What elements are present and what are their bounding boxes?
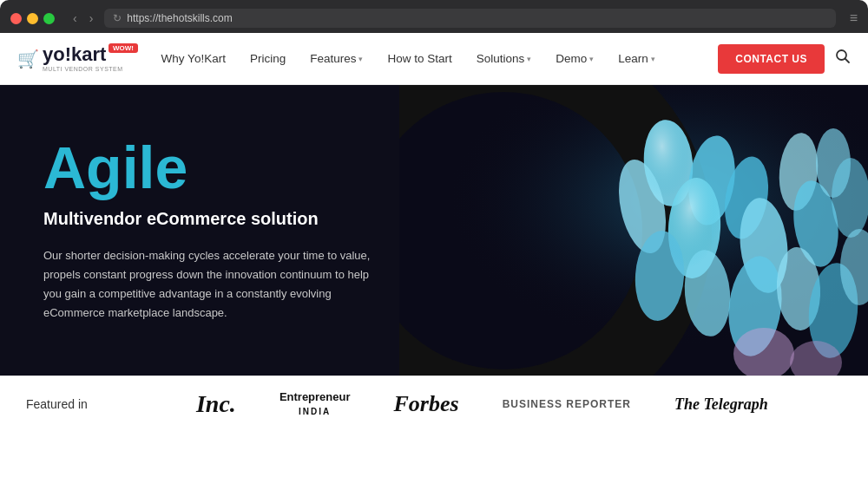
- traffic-lights: [10, 13, 55, 24]
- brand-logos: Inc. EntrepreneurINDIA Forbes BUSINESS R…: [122, 390, 842, 418]
- reload-icon: ↻: [113, 12, 122, 24]
- website: 🛒 yo!kart MULTI VENDOR SYSTEM WOW! Why Y…: [0, 33, 868, 432]
- brand-business-reporter: BUSINESS REPORTER: [503, 398, 631, 410]
- address-bar[interactable]: ↻ https://thehotskills.com: [104, 9, 835, 28]
- nav-solutions[interactable]: Solutions▾: [464, 52, 544, 65]
- chevron-down-icon: ▾: [651, 55, 655, 63]
- svg-line-1: [845, 59, 850, 63]
- hero-content: Agile Multivendor eCommerce solution Our…: [0, 103, 417, 357]
- nav-why-yokart[interactable]: Why Yo!Kart: [149, 52, 238, 65]
- brand-entrepreneur: EntrepreneurINDIA: [279, 390, 351, 417]
- brand-inc: Inc.: [196, 390, 236, 418]
- cart-icon: 🛒: [17, 49, 39, 69]
- hero-description: Our shorter decision-making cycles accel…: [43, 246, 373, 323]
- nav-learn[interactable]: Learn▾: [606, 52, 667, 65]
- brand-forbes: Forbes: [394, 391, 459, 417]
- logo[interactable]: 🛒 yo!kart MULTI VENDOR SYSTEM: [17, 45, 123, 72]
- close-button[interactable]: [10, 13, 22, 24]
- brand-telegraph: The Telegraph: [674, 395, 768, 414]
- hero-section: Agile Multivendor eCommerce solution Our…: [0, 85, 868, 376]
- hero-subtitle: Multivendor eCommerce solution: [43, 209, 373, 229]
- chevron-down-icon: ▾: [527, 55, 531, 63]
- url-display: https://thehotskills.com: [127, 12, 826, 24]
- nav-pricing[interactable]: Pricing: [238, 52, 298, 65]
- chevron-down-icon: ▾: [358, 55, 363, 63]
- nav-how-to-start[interactable]: How to Start: [375, 52, 464, 65]
- forward-button[interactable]: ›: [85, 10, 98, 27]
- navbar: 🛒 yo!kart MULTI VENDOR SYSTEM WOW! Why Y…: [0, 33, 868, 85]
- maximize-button[interactable]: [43, 13, 55, 24]
- contact-us-button[interactable]: CONTACT US: [718, 44, 825, 74]
- hero-title: Agile: [43, 138, 373, 197]
- search-icon: [835, 49, 851, 64]
- nav-demo[interactable]: Demo▾: [543, 52, 606, 65]
- wow-badge: WOW!: [108, 43, 138, 53]
- featured-bar: Featured in Inc. EntrepreneurINDIA Forbe…: [0, 376, 868, 432]
- logo-sub: MULTI VENDOR SYSTEM: [43, 66, 123, 72]
- browser-chrome: ‹ › ↻ https://thehotskills.com ≡: [0, 0, 868, 33]
- svg-point-14: [832, 158, 868, 238]
- browser-menu-icon[interactable]: ≡: [850, 10, 858, 26]
- featured-label: Featured in: [26, 397, 88, 411]
- search-button[interactable]: [835, 49, 851, 69]
- back-button[interactable]: ‹: [69, 10, 82, 27]
- chevron-down-icon: ▾: [589, 55, 594, 63]
- hero-artwork: [399, 85, 868, 376]
- nav-features[interactable]: Features▾: [298, 52, 375, 65]
- nav-links: Why Yo!Kart Pricing Features▾ How to Sta…: [149, 52, 719, 65]
- minimize-button[interactable]: [27, 13, 38, 24]
- hero-visual: [399, 85, 868, 376]
